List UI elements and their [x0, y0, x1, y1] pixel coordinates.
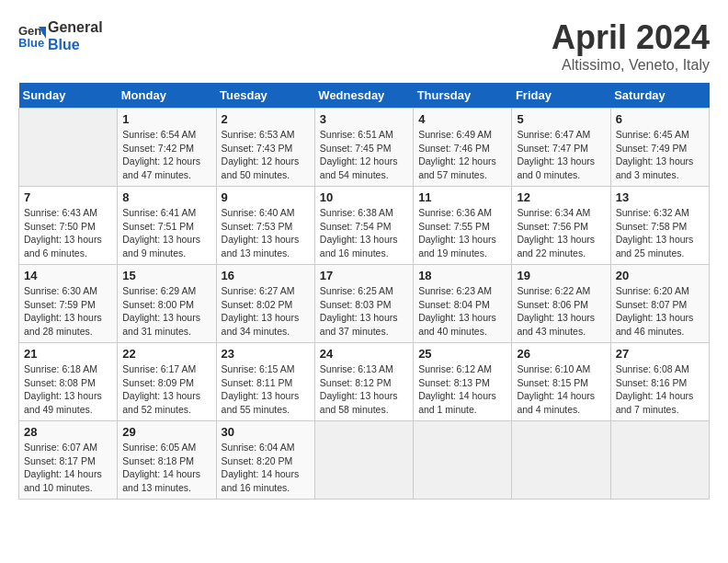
day-number: 29	[122, 425, 210, 439]
calendar-cell: 3Sunrise: 6:51 AM Sunset: 7:45 PM Daylig…	[314, 109, 413, 187]
day-info: Sunrise: 6:22 AM Sunset: 8:06 PM Dayligh…	[517, 284, 605, 339]
day-number: 14	[24, 269, 112, 282]
logo: General Blue General Blue	[18, 18, 103, 53]
day-info: Sunrise: 6:29 AM Sunset: 8:00 PM Dayligh…	[122, 284, 210, 339]
logo-icon: General Blue	[18, 22, 46, 50]
day-info: Sunrise: 6:20 AM Sunset: 8:07 PM Dayligh…	[616, 284, 704, 339]
weekday-header-sunday: Sunday	[19, 83, 118, 109]
day-info: Sunrise: 6:27 AM Sunset: 8:02 PM Dayligh…	[222, 284, 310, 339]
day-info: Sunrise: 6:18 AM Sunset: 8:08 PM Dayligh…	[24, 362, 112, 417]
day-number: 15	[122, 269, 210, 282]
calendar-week-5: 28Sunrise: 6:07 AM Sunset: 8:17 PM Dayli…	[19, 421, 710, 500]
day-info: Sunrise: 6:17 AM Sunset: 8:09 PM Dayligh…	[122, 362, 210, 417]
day-number: 22	[122, 347, 210, 361]
day-info: Sunrise: 6:15 AM Sunset: 8:11 PM Dayligh…	[222, 362, 310, 417]
day-info: Sunrise: 6:38 AM Sunset: 7:54 PM Dayligh…	[320, 206, 408, 260]
day-info: Sunrise: 6:07 AM Sunset: 8:17 PM Dayligh…	[24, 441, 112, 495]
calendar-cell: 22Sunrise: 6:17 AM Sunset: 8:09 PM Dayli…	[118, 343, 216, 421]
day-number: 8	[122, 190, 210, 204]
month-title: April 2024	[552, 18, 710, 57]
calendar-cell: 7Sunrise: 6:43 AM Sunset: 7:50 PM Daylig…	[19, 187, 118, 265]
calendar-cell: 20Sunrise: 6:20 AM Sunset: 8:07 PM Dayli…	[610, 265, 709, 343]
day-info: Sunrise: 6:53 AM Sunset: 7:43 PM Dayligh…	[222, 128, 310, 182]
calendar-cell: 25Sunrise: 6:12 AM Sunset: 8:13 PM Dayli…	[414, 343, 512, 421]
day-info: Sunrise: 6:43 AM Sunset: 7:50 PM Dayligh…	[24, 206, 112, 260]
calendar-cell: 11Sunrise: 6:36 AM Sunset: 7:55 PM Dayli…	[414, 187, 512, 265]
day-info: Sunrise: 6:04 AM Sunset: 8:20 PM Dayligh…	[222, 441, 310, 495]
weekday-header-friday: Friday	[512, 83, 610, 109]
day-number: 20	[616, 269, 704, 282]
calendar-cell	[512, 421, 610, 500]
calendar-cell: 29Sunrise: 6:05 AM Sunset: 8:18 PM Dayli…	[118, 421, 216, 500]
day-number: 13	[616, 190, 704, 204]
calendar-cell: 23Sunrise: 6:15 AM Sunset: 8:11 PM Dayli…	[216, 343, 314, 421]
logo-line1: General	[48, 18, 103, 36]
calendar-cell: 18Sunrise: 6:23 AM Sunset: 8:04 PM Dayli…	[414, 265, 512, 343]
header: General Blue General Blue April 2024 Alt…	[18, 18, 710, 74]
day-number: 24	[320, 347, 408, 361]
weekday-header-thursday: Thursday	[414, 83, 512, 109]
day-info: Sunrise: 6:23 AM Sunset: 8:04 PM Dayligh…	[418, 284, 506, 339]
day-info: Sunrise: 6:49 AM Sunset: 7:46 PM Dayligh…	[418, 128, 506, 182]
day-number: 2	[222, 112, 310, 126]
day-number: 5	[517, 112, 605, 126]
calendar-cell: 5Sunrise: 6:47 AM Sunset: 7:47 PM Daylig…	[512, 109, 610, 187]
day-number: 1	[122, 112, 210, 126]
day-info: Sunrise: 6:32 AM Sunset: 7:58 PM Dayligh…	[616, 206, 704, 260]
calendar-cell: 1Sunrise: 6:54 AM Sunset: 7:42 PM Daylig…	[118, 109, 216, 187]
day-number: 11	[418, 190, 506, 204]
calendar-week-3: 14Sunrise: 6:30 AM Sunset: 7:59 PM Dayli…	[19, 265, 710, 343]
calendar-cell: 28Sunrise: 6:07 AM Sunset: 8:17 PM Dayli…	[19, 421, 118, 500]
day-info: Sunrise: 6:45 AM Sunset: 7:49 PM Dayligh…	[616, 128, 704, 182]
calendar-cell: 17Sunrise: 6:25 AM Sunset: 8:03 PM Dayli…	[314, 265, 413, 343]
day-number: 16	[222, 269, 310, 282]
day-number: 12	[517, 190, 605, 204]
day-number: 3	[320, 112, 408, 126]
day-info: Sunrise: 6:47 AM Sunset: 7:47 PM Dayligh…	[517, 128, 605, 182]
logo-line2: Blue	[48, 36, 103, 53]
day-number: 26	[517, 347, 605, 361]
day-number: 23	[222, 347, 310, 361]
day-info: Sunrise: 6:25 AM Sunset: 8:03 PM Dayligh…	[320, 284, 408, 339]
day-info: Sunrise: 6:54 AM Sunset: 7:42 PM Dayligh…	[122, 128, 210, 182]
day-number: 30	[222, 425, 310, 439]
calendar-cell: 26Sunrise: 6:10 AM Sunset: 8:15 PM Dayli…	[512, 343, 610, 421]
day-number: 25	[418, 347, 506, 361]
weekday-header-wednesday: Wednesday	[314, 83, 413, 109]
day-info: Sunrise: 6:10 AM Sunset: 8:15 PM Dayligh…	[517, 362, 605, 417]
day-info: Sunrise: 6:41 AM Sunset: 7:51 PM Dayligh…	[122, 206, 210, 260]
calendar-cell: 13Sunrise: 6:32 AM Sunset: 7:58 PM Dayli…	[610, 187, 709, 265]
weekday-header-saturday: Saturday	[610, 83, 709, 109]
day-number: 7	[24, 190, 112, 204]
day-info: Sunrise: 6:34 AM Sunset: 7:56 PM Dayligh…	[517, 206, 605, 260]
calendar-cell: 30Sunrise: 6:04 AM Sunset: 8:20 PM Dayli…	[216, 421, 314, 500]
day-number: 21	[24, 347, 112, 361]
day-info: Sunrise: 6:51 AM Sunset: 7:45 PM Dayligh…	[320, 128, 408, 182]
calendar-body: 1Sunrise: 6:54 AM Sunset: 7:42 PM Daylig…	[19, 109, 710, 500]
day-number: 18	[418, 269, 506, 282]
calendar-cell: 15Sunrise: 6:29 AM Sunset: 8:00 PM Dayli…	[118, 265, 216, 343]
calendar-cell: 21Sunrise: 6:18 AM Sunset: 8:08 PM Dayli…	[19, 343, 118, 421]
day-number: 28	[24, 425, 112, 439]
calendar-cell: 16Sunrise: 6:27 AM Sunset: 8:02 PM Dayli…	[216, 265, 314, 343]
calendar-cell: 8Sunrise: 6:41 AM Sunset: 7:51 PM Daylig…	[118, 187, 216, 265]
day-info: Sunrise: 6:40 AM Sunset: 7:53 PM Dayligh…	[222, 206, 310, 260]
calendar-cell: 24Sunrise: 6:13 AM Sunset: 8:12 PM Dayli…	[314, 343, 413, 421]
day-number: 9	[222, 190, 310, 204]
calendar-cell: 19Sunrise: 6:22 AM Sunset: 8:06 PM Dayli…	[512, 265, 610, 343]
day-info: Sunrise: 6:36 AM Sunset: 7:55 PM Dayligh…	[418, 206, 506, 260]
day-number: 17	[320, 269, 408, 282]
calendar-week-4: 21Sunrise: 6:18 AM Sunset: 8:08 PM Dayli…	[19, 343, 710, 421]
day-number: 10	[320, 190, 408, 204]
day-number: 19	[517, 269, 605, 282]
calendar-cell: 6Sunrise: 6:45 AM Sunset: 7:49 PM Daylig…	[610, 109, 709, 187]
calendar-cell: 9Sunrise: 6:40 AM Sunset: 7:53 PM Daylig…	[216, 187, 314, 265]
calendar-week-2: 7Sunrise: 6:43 AM Sunset: 7:50 PM Daylig…	[19, 187, 710, 265]
calendar-cell	[314, 421, 413, 500]
day-number: 6	[616, 112, 704, 126]
calendar-week-1: 1Sunrise: 6:54 AM Sunset: 7:42 PM Daylig…	[19, 109, 710, 187]
svg-text:Blue: Blue	[18, 36, 44, 50]
day-info: Sunrise: 6:08 AM Sunset: 8:16 PM Dayligh…	[616, 362, 704, 417]
weekday-header-monday: Monday	[118, 83, 216, 109]
calendar-cell: 12Sunrise: 6:34 AM Sunset: 7:56 PM Dayli…	[512, 187, 610, 265]
